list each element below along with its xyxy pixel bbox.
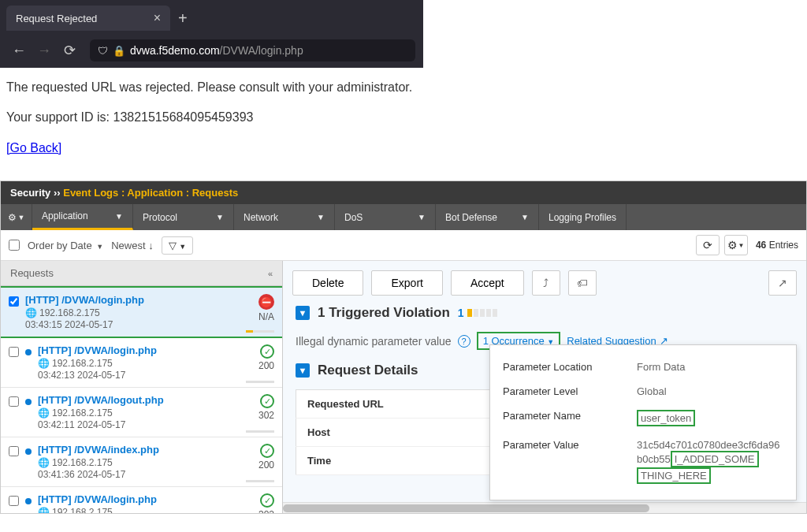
entries-count: 46 Entries [756, 240, 798, 251]
details-panel: Delete Export Accept ⤴ 🏷 ↗ ▼ 1 Triggered… [283, 261, 806, 513]
request-row[interactable]: [HTTP] /DVWA/logout.php🌐 192.168.2.17503… [1, 388, 282, 437]
request-checkbox[interactable] [9, 347, 19, 357]
reload-button[interactable]: ⟳ [58, 39, 80, 61]
requests-panel: Requests « [HTTP] /DVWA/login.php🌐 192.1… [1, 261, 283, 513]
ok-icon: ✓ [260, 394, 274, 408]
request-ip: 🌐 192.168.2.175 [38, 507, 241, 513]
request-status: ✓302 [247, 394, 274, 421]
settings-button[interactable]: ⚙▼ [724, 235, 748, 255]
breadcrumb: Security ›› Event Logs : Application : R… [1, 181, 806, 204]
unread-indicator [25, 349, 32, 355]
request-status: ✓200 [247, 444, 274, 471]
url-field[interactable]: 🛡 🔒 dvwa.f5demo.com/DVWA/login.php [90, 39, 415, 61]
request-checkbox[interactable] [9, 446, 19, 456]
order-by-dropdown[interactable]: Order by Date ▼ [28, 240, 103, 251]
request-time: 03:42:13 2024-05-17 [38, 370, 241, 381]
go-back-link[interactable]: [Go Back] [6, 141, 61, 154]
request-row[interactable]: [HTTP] /DVWA/login.php🌐 192.168.2.17503:… [1, 338, 282, 388]
request-time: 03:43:15 2024-05-17 [25, 319, 241, 330]
tag-button[interactable]: 🏷 [568, 270, 597, 296]
help-icon[interactable]: ? [458, 335, 470, 348]
tab-bot-defense[interactable]: Bot Defense▼ [436, 204, 539, 230]
request-title: [HTTP] /DVWA/login.php [25, 294, 241, 306]
severity-bar [246, 480, 274, 482]
request-title: [HTTP] /DVWA/index.php [38, 444, 241, 456]
horizontal-scrollbar[interactable] [283, 502, 806, 513]
unread-indicator [25, 399, 32, 405]
globe-icon: 🌐 [25, 307, 37, 318]
request-checkbox[interactable] [9, 496, 19, 506]
tab-title: Request Rejected [16, 13, 147, 24]
request-row[interactable]: [HTTP] /DVWA/login.php🌐 192.168.2.17503:… [1, 286, 282, 338]
param-name-label: Parameter Name [503, 410, 637, 426]
scrollbar-thumb[interactable] [283, 504, 649, 512]
tab-logging-profiles[interactable]: Logging Profiles [539, 204, 627, 230]
param-level-label: Parameter Level [503, 385, 637, 397]
param-value-label: Parameter Value [503, 439, 637, 484]
request-title: [HTTP] /DVWA/logout.php [38, 394, 241, 406]
new-tab-button[interactable]: + [178, 9, 188, 28]
request-ip: 🌐 192.168.2.175 [38, 457, 241, 468]
severity-bar [246, 430, 274, 433]
close-tab-icon[interactable]: × [154, 11, 161, 25]
violation-count-badge: 1 [458, 307, 497, 319]
unread-indicator [25, 498, 32, 504]
browser-tab-bar: Request Rejected × + [0, 0, 423, 33]
severity-bar [246, 381, 274, 383]
collapse-details-button[interactable]: ▼ [296, 363, 310, 378]
request-checkbox[interactable] [9, 396, 19, 407]
chevron-down-icon: ▼ [521, 213, 529, 221]
delete-button[interactable]: Delete [292, 270, 363, 296]
collapse-violation-button[interactable]: ▼ [296, 306, 310, 320]
request-list: [HTTP] /DVWA/login.php🌐 192.168.2.17503:… [1, 286, 282, 513]
request-time: 03:42:11 2024-05-17 [38, 419, 241, 430]
tab-network[interactable]: Network▼ [234, 204, 335, 230]
filter-button[interactable]: ▽ ▼ [162, 236, 194, 255]
ok-icon: ✓ [260, 493, 274, 508]
browser-tab[interactable]: Request Rejected × [6, 6, 170, 31]
ok-icon: ✓ [260, 344, 274, 359]
param-value-value: 31c5d4c701c0780dee3cf6da96b0cb55I_ADDED_… [637, 439, 783, 484]
tab-strip: ⚙ ▼ Application▼ Protocol▼ Network▼ DoS▼… [1, 204, 806, 230]
request-status: ⛔N/A [247, 294, 274, 322]
url-domain: dvwa.f5demo.com [130, 44, 220, 57]
rejected-message: The requested URL was rejected. Please c… [6, 79, 801, 96]
param-location-value: Form Data [637, 361, 783, 373]
accept-button[interactable]: Accept [451, 270, 524, 296]
tab-application[interactable]: Application▼ [32, 204, 133, 230]
globe-icon: 🌐 [38, 507, 50, 513]
globe-icon: 🌐 [38, 457, 50, 468]
violation-section-title: ▼ 1 Triggered Violation 1 [296, 305, 794, 321]
request-title: [HTTP] /DVWA/login.php [38, 493, 241, 505]
tab-protocol[interactable]: Protocol▼ [133, 204, 234, 230]
share-button[interactable]: ⤴ [532, 270, 560, 296]
param-name-value: user_token [637, 410, 783, 426]
newest-dropdown[interactable]: Newest ↓ [111, 240, 153, 251]
request-row[interactable]: [HTTP] /DVWA/index.php🌐 192.168.2.17503:… [1, 437, 282, 487]
select-all-checkbox[interactable] [9, 240, 20, 251]
request-status: ✓200 [247, 344, 274, 371]
param-location-label: Parameter Location [503, 361, 637, 373]
open-external-button[interactable]: ↗ [768, 270, 797, 296]
request-row[interactable]: [HTTP] /DVWA/login.php🌐 192.168.2.17503:… [1, 487, 282, 513]
refresh-button[interactable]: ⟳ [696, 235, 720, 255]
shield-icon: 🛡 [98, 45, 108, 57]
tab-dos[interactable]: DoS▼ [335, 204, 436, 230]
forward-button: → [33, 39, 55, 61]
export-button[interactable]: Export [371, 270, 442, 296]
collapse-icon[interactable]: « [268, 269, 273, 278]
request-checkbox[interactable] [9, 296, 19, 307]
settings-gear-button[interactable]: ⚙ ▼ [1, 204, 32, 230]
request-time: 03:41:36 2024-05-17 [38, 469, 241, 480]
chevron-down-icon: ▼ [216, 213, 224, 221]
request-status: ✓302 [247, 493, 274, 513]
parameter-tooltip: Parameter Location Form Data Parameter L… [489, 344, 797, 500]
back-button[interactable]: ← [8, 39, 30, 61]
globe-icon: 🌐 [38, 407, 50, 419]
request-title: [HTTP] /DVWA/login.php [38, 344, 241, 356]
request-ip: 🌐 192.168.2.175 [38, 358, 241, 369]
request-ip: 🌐 192.168.2.175 [25, 307, 241, 318]
lock-warning-icon: 🔒 [113, 45, 125, 57]
globe-icon: 🌐 [38, 358, 50, 369]
chevron-down-icon: ▼ [418, 213, 426, 221]
